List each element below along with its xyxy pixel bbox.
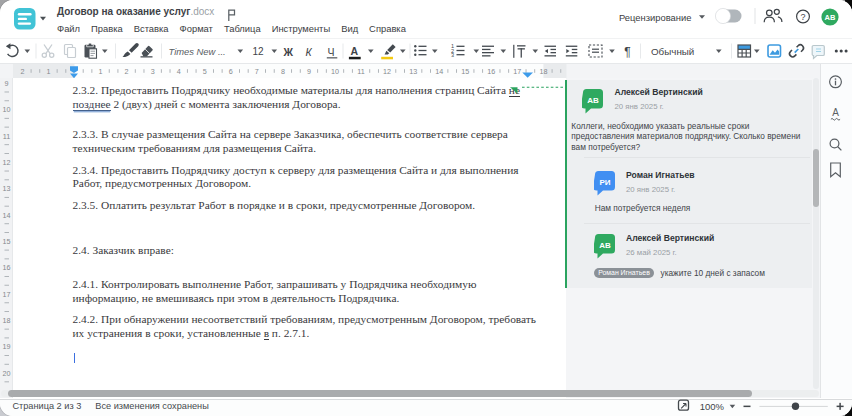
svg-text:14: 14: [3, 211, 11, 220]
svg-text:Обычный: Обычный: [651, 46, 694, 57]
svg-text:1: 1: [99, 67, 103, 76]
svg-text:3: 3: [451, 52, 454, 58]
svg-text:Ж: Ж: [283, 46, 294, 58]
svg-text:2: 2: [125, 67, 129, 76]
svg-text:АВ: АВ: [599, 241, 611, 250]
svg-text:17: 17: [513, 67, 521, 76]
svg-text:15: 15: [3, 237, 11, 246]
svg-text:9: 9: [5, 79, 9, 88]
svg-text:15: 15: [461, 67, 469, 76]
svg-text:8: 8: [281, 67, 285, 76]
svg-text:9: 9: [307, 67, 311, 76]
svg-text:12: 12: [253, 46, 265, 57]
svg-text:12: 12: [383, 67, 391, 76]
svg-text:А: А: [351, 45, 359, 57]
svg-text:16: 16: [3, 263, 11, 272]
svg-text:19: 19: [3, 342, 11, 351]
svg-text:Ч: Ч: [328, 46, 335, 58]
svg-text:РИ: РИ: [599, 177, 610, 186]
svg-text:5: 5: [203, 67, 207, 76]
svg-text:АВ: АВ: [825, 13, 836, 22]
svg-text:А: А: [832, 107, 839, 118]
svg-text:11: 11: [357, 67, 364, 76]
svg-text:К: К: [306, 46, 313, 58]
svg-text:3: 3: [151, 67, 155, 76]
svg-text:17: 17: [3, 290, 11, 299]
svg-text:20: 20: [3, 369, 11, 378]
svg-text:4: 4: [177, 67, 181, 76]
svg-text:12: 12: [3, 158, 11, 167]
svg-text:Times New ...: Times New ...: [169, 46, 226, 57]
svg-text:18: 18: [3, 316, 11, 325]
svg-text:13: 13: [409, 67, 417, 76]
svg-text:13: 13: [3, 184, 11, 193]
svg-text:¶: ¶: [624, 45, 630, 59]
svg-text:100%: 100%: [700, 401, 725, 412]
svg-text:10: 10: [3, 105, 11, 114]
svg-text:1: 1: [46, 67, 50, 76]
svg-text:16: 16: [487, 67, 495, 76]
svg-text:2: 2: [20, 67, 24, 76]
svg-text:АВ: АВ: [587, 95, 599, 104]
svg-text:10: 10: [331, 67, 339, 76]
svg-text:11: 11: [3, 132, 10, 141]
svg-text:18: 18: [539, 67, 547, 76]
svg-text:6: 6: [229, 67, 233, 76]
svg-text:7: 7: [255, 67, 259, 76]
svg-text:14: 14: [435, 67, 443, 76]
svg-text:?: ?: [800, 12, 805, 22]
